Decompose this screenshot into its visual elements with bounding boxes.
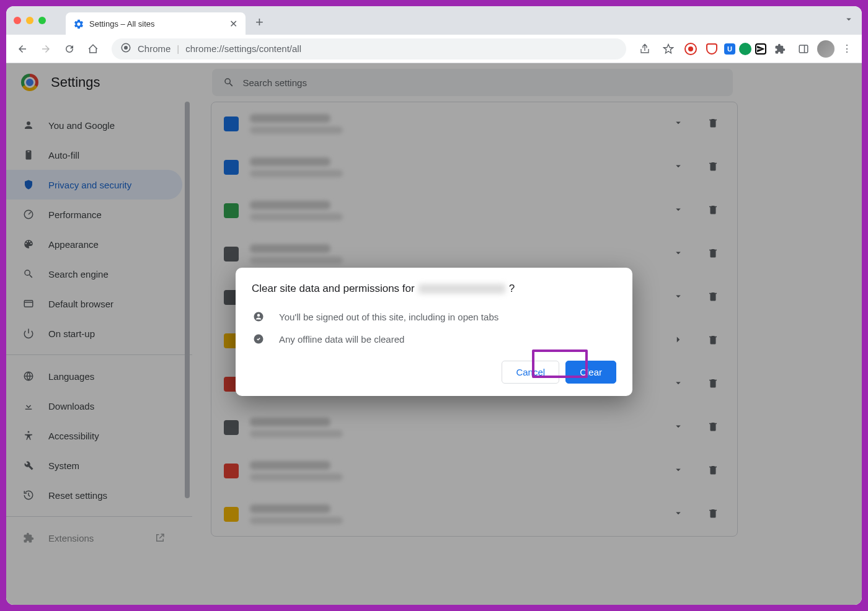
close-window-button[interactable] xyxy=(14,17,21,24)
dialog-info-row: Any offline data will be cleared xyxy=(252,332,616,346)
forward-button[interactable] xyxy=(36,39,56,59)
close-tab-icon[interactable]: ✕ xyxy=(229,18,238,30)
bookmark-star-icon[interactable] xyxy=(658,39,678,59)
share-icon[interactable] xyxy=(635,39,655,59)
kebab-menu-icon[interactable]: ⋮ xyxy=(838,43,856,55)
new-tab-button[interactable]: + xyxy=(255,14,264,30)
pocket-extension-icon[interactable] xyxy=(703,40,720,58)
tab-bar: Settings – All sites ✕ + xyxy=(6,6,862,35)
browser-window: Settings – All sites ✕ + Chrome | chrome… xyxy=(6,6,862,605)
toolbar: Chrome | chrome://settings/content/all U… xyxy=(6,35,862,63)
svg-point-10 xyxy=(257,314,260,317)
dialog-info-row: You'll be signed out of this site, inclu… xyxy=(252,310,616,323)
tab-title: Settings – All sites xyxy=(89,19,223,29)
maximize-window-button[interactable] xyxy=(38,17,46,24)
clear-button[interactable]: Clear xyxy=(565,361,616,384)
redacted-site-name xyxy=(418,284,505,294)
bitwarden-extension-icon[interactable]: U xyxy=(724,43,735,55)
dialog-title: Clear site data and permissions for ? xyxy=(252,283,616,295)
url-prefix: Chrome xyxy=(138,43,170,54)
ublock-extension-icon[interactable] xyxy=(682,40,699,58)
home-button[interactable] xyxy=(83,39,103,59)
tabs-menu-icon[interactable] xyxy=(843,14,854,27)
browser-tab[interactable]: Settings – All sites ✕ xyxy=(66,12,246,35)
dialog-buttons: Cancel Clear xyxy=(252,361,616,384)
address-bar[interactable]: Chrome | chrome://settings/content/all xyxy=(112,38,626,59)
profile-avatar[interactable] xyxy=(817,40,835,58)
extension-icon-4[interactable] xyxy=(739,43,751,55)
cancel-button[interactable]: Cancel xyxy=(502,361,559,384)
url-text: chrome://settings/content/all xyxy=(185,43,301,54)
extension-icon-5[interactable] xyxy=(755,43,766,55)
dialog-text: Any offline data will be cleared xyxy=(279,334,404,345)
sidepanel-icon[interactable] xyxy=(794,39,813,59)
svg-rect-2 xyxy=(799,45,808,53)
extensions-puzzle-icon[interactable] xyxy=(770,39,790,59)
reload-button[interactable] xyxy=(60,39,79,59)
toolbar-extensions: U ⋮ xyxy=(635,39,856,59)
minimize-window-button[interactable] xyxy=(26,17,33,24)
clear-site-data-dialog: Clear site data and permissions for ? Yo… xyxy=(236,268,632,396)
content-area: Settings Search settings You and Google … xyxy=(6,63,862,605)
modal-overlay: Clear site data and permissions for ? Yo… xyxy=(6,63,862,605)
check-circle-icon xyxy=(252,332,265,346)
back-button[interactable] xyxy=(12,39,32,59)
window-controls xyxy=(14,17,46,24)
person-circle-icon xyxy=(252,310,265,323)
svg-point-1 xyxy=(124,46,128,50)
chrome-site-icon xyxy=(120,42,131,55)
settings-gear-icon xyxy=(73,19,83,29)
dialog-text: You'll be signed out of this site, inclu… xyxy=(279,312,498,322)
